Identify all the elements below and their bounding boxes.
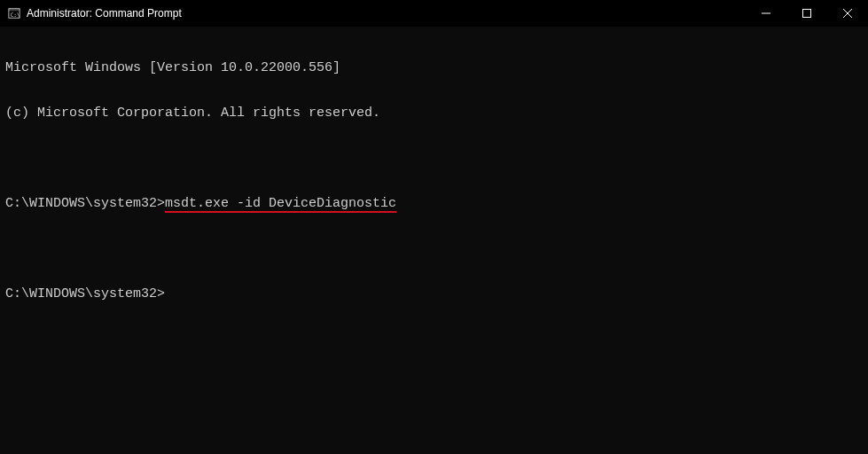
svg-text:C:\: C:\ [11, 12, 20, 18]
close-button[interactable] [827, 0, 868, 27]
window-controls [746, 0, 868, 27]
titlebar: C:\ Administrator: Command Prompt [0, 0, 868, 27]
prompt-line: C:\WINDOWS\system32>msdt.exe -id DeviceD… [5, 196, 863, 211]
app-icon: C:\ [7, 6, 21, 20]
command-text: msdt.exe -id DeviceDiagnostic [165, 196, 396, 211]
terminal-output[interactable]: Microsoft Windows [Version 10.0.22000.55… [0, 27, 868, 317]
maximize-button[interactable] [786, 0, 827, 27]
svg-rect-4 [803, 10, 811, 18]
prompt-line: C:\WINDOWS\system32> [5, 286, 863, 301]
window-title: Administrator: Command Prompt [27, 7, 182, 20]
blank-line [5, 241, 863, 256]
prompt-path: C:\WINDOWS\system32> [5, 286, 165, 301]
blank-line [5, 151, 863, 166]
banner-line: Microsoft Windows [Version 10.0.22000.55… [5, 60, 863, 75]
banner-line: (c) Microsoft Corporation. All rights re… [5, 106, 863, 121]
prompt-path: C:\WINDOWS\system32> [5, 196, 165, 211]
minimize-button[interactable] [746, 0, 786, 27]
underline-annotation [165, 211, 396, 213]
